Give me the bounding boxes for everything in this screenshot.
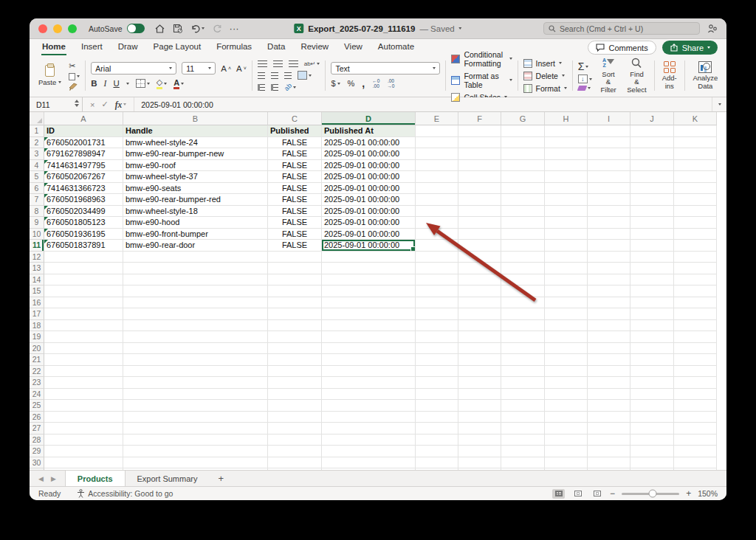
cell-A14[interactable] — [44, 274, 123, 286]
cell-E4[interactable] — [416, 160, 458, 172]
font-color-button[interactable]: A — [173, 78, 184, 89]
cell-D9[interactable]: 2025-09-01 00:00:00 — [322, 217, 416, 229]
cell-D17[interactable] — [322, 308, 416, 320]
cells-insert-button[interactable]: Insert — [523, 59, 567, 68]
align-center-button[interactable] — [271, 72, 278, 79]
document-title-area[interactable]: X Export_2025-07-29_111619 — Saved — [294, 24, 461, 33]
cell-C30[interactable] — [268, 457, 322, 469]
zoom-window-button[interactable] — [68, 24, 77, 33]
share-button[interactable]: Share — [662, 41, 718, 55]
cell-G17[interactable] — [501, 308, 545, 320]
cell-K8[interactable] — [674, 206, 717, 218]
cell-C10[interactable]: FALSE — [268, 229, 322, 240]
cell-K22[interactable] — [674, 366, 717, 378]
cell-F5[interactable] — [458, 171, 501, 183]
cell-I17[interactable] — [588, 308, 630, 320]
cell-E3[interactable] — [416, 148, 458, 160]
number-format-chevron-icon[interactable] — [433, 67, 436, 69]
cell-B16[interactable] — [123, 297, 268, 309]
cell-J19[interactable] — [630, 331, 674, 343]
cell-A10[interactable]: 6760501936195 — [44, 229, 123, 240]
cell-D28[interactable] — [322, 435, 416, 446]
column-header-j[interactable]: J — [630, 112, 674, 125]
cell-K30[interactable] — [674, 457, 717, 469]
row-header-11[interactable]: 11 — [30, 240, 44, 252]
cell-D10[interactable]: 2025-09-01 00:00:00 — [322, 229, 416, 240]
cell-F29[interactable] — [458, 446, 501, 457]
font-name-select[interactable]: Arial — [91, 62, 176, 75]
cell-K6[interactable] — [674, 183, 717, 195]
cell-F14[interactable] — [458, 274, 501, 286]
cell-C22[interactable] — [268, 366, 322, 378]
cell-B22[interactable] — [123, 366, 268, 378]
cell-K20[interactable] — [674, 343, 717, 355]
cell-D4[interactable]: 2025-09-01 00:00:00 — [322, 160, 416, 172]
cell-E17[interactable] — [416, 308, 458, 320]
cell-E5[interactable] — [416, 171, 458, 183]
sheet-scroll-left-icon[interactable]: ◀ — [38, 475, 44, 482]
cell-B17[interactable] — [123, 308, 268, 320]
column-header-a[interactable]: A — [44, 112, 123, 125]
orientation-button[interactable]: ab — [284, 83, 296, 91]
cell-E19[interactable] — [416, 331, 458, 343]
normal-view-button[interactable] — [552, 489, 565, 499]
cell-H16[interactable] — [545, 297, 588, 309]
cell-B13[interactable] — [123, 263, 268, 274]
cell-I19[interactable] — [588, 331, 630, 343]
undo-icon[interactable] — [190, 24, 205, 33]
row-header-10[interactable]: 10 — [30, 229, 44, 240]
cancel-entry-icon[interactable]: × — [90, 100, 94, 109]
cell-J24[interactable] — [630, 389, 674, 401]
cell-I21[interactable] — [588, 354, 630, 366]
cell-D11[interactable]: 2025-09-01 00:00:00 — [322, 240, 416, 252]
cell-A15[interactable] — [44, 285, 123, 297]
formula-input[interactable]: 2025-09-01 00:00:00 — [134, 97, 712, 111]
cell-B28[interactable] — [123, 435, 268, 446]
cell-B12[interactable] — [123, 252, 268, 263]
ribbon-tab-view[interactable]: View — [343, 40, 363, 55]
cell-H10[interactable] — [545, 229, 588, 240]
cell-C1[interactable]: Published — [268, 125, 322, 137]
cell-J31[interactable] — [630, 468, 674, 470]
row-header-31[interactable]: 31 — [30, 468, 44, 470]
comments-button[interactable]: Comments — [588, 41, 656, 55]
column-header-b[interactable]: B — [123, 112, 268, 125]
cell-I7[interactable] — [588, 194, 630, 206]
cell-A22[interactable] — [44, 366, 123, 378]
cell-E18[interactable] — [416, 320, 458, 332]
cell-K17[interactable] — [674, 308, 717, 320]
clear-button[interactable] — [578, 86, 592, 91]
fx-chevron-icon[interactable] — [123, 103, 126, 105]
cell-A1[interactable]: ID — [44, 125, 123, 137]
borders-button[interactable] — [136, 79, 150, 88]
save-icon[interactable] — [173, 24, 182, 33]
row-header-15[interactable]: 15 — [30, 285, 44, 297]
cell-G14[interactable] — [501, 274, 545, 286]
cell-F9[interactable] — [458, 217, 501, 229]
ribbon-tab-review[interactable]: Review — [300, 40, 329, 55]
cell-B11[interactable]: bmw-e90-rear-door — [123, 240, 268, 252]
cell-D14[interactable] — [322, 274, 416, 286]
cell-K29[interactable] — [674, 446, 717, 457]
orientation-chevron-icon[interactable] — [293, 86, 296, 89]
ribbon-tab-automate[interactable]: Automate — [377, 40, 415, 55]
cell-A6[interactable]: 7414631366723 — [44, 183, 123, 195]
cell-J20[interactable] — [630, 343, 674, 355]
row-header-25[interactable]: 25 — [30, 400, 44, 412]
cell-C27[interactable] — [268, 423, 322, 435]
shrink-font-button[interactable]: A˅ — [236, 64, 247, 73]
cell-G25[interactable] — [501, 400, 545, 412]
styles-chevron-icon[interactable] — [509, 58, 512, 60]
row-header-2[interactable]: 2 — [30, 137, 44, 149]
cell-J27[interactable] — [630, 423, 674, 435]
cell-I9[interactable] — [588, 217, 630, 229]
cell-J15[interactable] — [630, 285, 674, 297]
column-header-g[interactable]: G — [501, 112, 545, 125]
styles-chevron-icon[interactable] — [509, 79, 512, 81]
cell-G31[interactable] — [501, 468, 545, 470]
cell-E11[interactable] — [416, 240, 458, 252]
cell-D19[interactable] — [322, 331, 416, 343]
cell-G19[interactable] — [501, 331, 545, 343]
cell-C6[interactable]: FALSE — [268, 183, 322, 195]
cell-C12[interactable] — [268, 252, 322, 263]
